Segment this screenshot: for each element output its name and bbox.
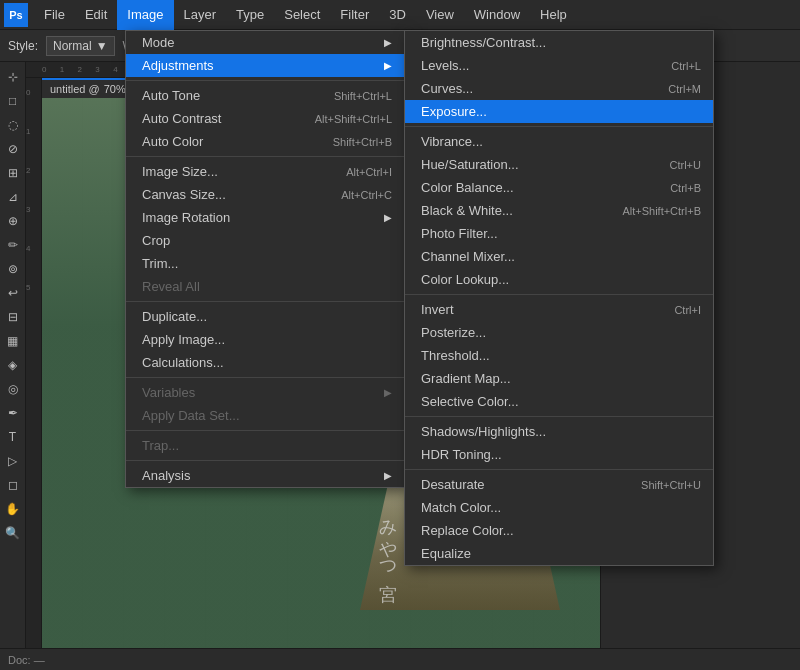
menu-image[interactable]: Image bbox=[117, 0, 173, 30]
brightness-contrast-label: Brightness/Contrast... bbox=[421, 35, 546, 50]
menu-select[interactable]: Select bbox=[274, 0, 330, 30]
tool-healing[interactable]: ⊕ bbox=[2, 210, 24, 232]
equalize-label: Equalize bbox=[421, 546, 471, 561]
submenu-photo-filter[interactable]: Photo Filter... bbox=[405, 222, 713, 245]
menu-duplicate[interactable]: Duplicate... bbox=[126, 305, 404, 328]
menu-variables[interactable]: Variables ▶ bbox=[126, 381, 404, 404]
submenu-shadows-highlights[interactable]: Shadows/Highlights... bbox=[405, 420, 713, 443]
tool-dodge[interactable]: ◎ bbox=[2, 378, 24, 400]
menu-view[interactable]: View bbox=[416, 0, 464, 30]
menu-auto-tone[interactable]: Auto Tone Shift+Ctrl+L bbox=[126, 84, 404, 107]
menu-reveal-all[interactable]: Reveal All bbox=[126, 275, 404, 298]
submenu-replace-color[interactable]: Replace Color... bbox=[405, 519, 713, 542]
submenu-exposure[interactable]: Exposure... bbox=[405, 100, 713, 123]
menu-canvas-size[interactable]: Canvas Size... Alt+Ctrl+C bbox=[126, 183, 404, 206]
menu-image-size[interactable]: Image Size... Alt+Ctrl+I bbox=[126, 160, 404, 183]
tool-crop[interactable]: ⊞ bbox=[2, 162, 24, 184]
submenu-curves[interactable]: Curves... Ctrl+M bbox=[405, 77, 713, 100]
tool-move[interactable]: ⊹ bbox=[2, 66, 24, 88]
menu-apply-image[interactable]: Apply Image... bbox=[126, 328, 404, 351]
tool-type[interactable]: T bbox=[2, 426, 24, 448]
menu-auto-color[interactable]: Auto Color Shift+Ctrl+B bbox=[126, 130, 404, 153]
analysis-arrow: ▶ bbox=[384, 470, 392, 481]
menu-adjustments[interactable]: Adjustments ▶ bbox=[126, 54, 404, 77]
submenu-hdr-toning[interactable]: HDR Toning... bbox=[405, 443, 713, 466]
submenu-desaturate[interactable]: Desaturate Shift+Ctrl+U bbox=[405, 473, 713, 496]
style-dropdown[interactable]: Normal ▼ bbox=[46, 36, 115, 56]
canvas-size-shortcut: Alt+Ctrl+C bbox=[341, 189, 392, 201]
menu-file[interactable]: File bbox=[34, 0, 75, 30]
tool-clone[interactable]: ⊚ bbox=[2, 258, 24, 280]
tool-zoom[interactable]: 🔍 bbox=[2, 522, 24, 544]
reveal-all-label: Reveal All bbox=[142, 279, 200, 294]
tool-eraser[interactable]: ⊟ bbox=[2, 306, 24, 328]
menu-layer[interactable]: Layer bbox=[174, 0, 227, 30]
mode-arrow: ▶ bbox=[384, 37, 392, 48]
adj-separator-1 bbox=[405, 126, 713, 127]
tool-blur[interactable]: ◈ bbox=[2, 354, 24, 376]
adjustments-label: Adjustments bbox=[142, 58, 214, 73]
submenu-hue-saturation[interactable]: Hue/Saturation... Ctrl+U bbox=[405, 153, 713, 176]
hdr-toning-label: HDR Toning... bbox=[421, 447, 502, 462]
menu-trap[interactable]: Trap... bbox=[126, 434, 404, 457]
submenu-brightness-contrast[interactable]: Brightness/Contrast... bbox=[405, 31, 713, 54]
match-color-label: Match Color... bbox=[421, 500, 501, 515]
tool-quick-select[interactable]: ⊘ bbox=[2, 138, 24, 160]
submenu-posterize[interactable]: Posterize... bbox=[405, 321, 713, 344]
threshold-label: Threshold... bbox=[421, 348, 490, 363]
chevron-down-icon: ▼ bbox=[96, 39, 108, 53]
tool-gradient[interactable]: ▦ bbox=[2, 330, 24, 352]
color-balance-shortcut: Ctrl+B bbox=[670, 182, 701, 194]
auto-contrast-shortcut: Alt+Shift+Ctrl+L bbox=[315, 113, 392, 125]
submenu-selective-color[interactable]: Selective Color... bbox=[405, 390, 713, 413]
menu-help[interactable]: Help bbox=[530, 0, 577, 30]
submenu-color-lookup[interactable]: Color Lookup... bbox=[405, 268, 713, 291]
menu-mode[interactable]: Mode ▶ bbox=[126, 31, 404, 54]
menu-edit[interactable]: Edit bbox=[75, 0, 117, 30]
vibrance-label: Vibrance... bbox=[421, 134, 483, 149]
adj-separator-2 bbox=[405, 294, 713, 295]
tool-pen[interactable]: ✒ bbox=[2, 402, 24, 424]
separator-6 bbox=[126, 460, 404, 461]
submenu-invert[interactable]: Invert Ctrl+I bbox=[405, 298, 713, 321]
tool-brush[interactable]: ✏ bbox=[2, 234, 24, 256]
submenu-equalize[interactable]: Equalize bbox=[405, 542, 713, 565]
tool-lasso[interactable]: ◌ bbox=[2, 114, 24, 136]
apply-data-set-label: Apply Data Set... bbox=[142, 408, 240, 423]
menu-trim[interactable]: Trim... bbox=[126, 252, 404, 275]
menu-apply-data-set[interactable]: Apply Data Set... bbox=[126, 404, 404, 427]
tool-history-brush[interactable]: ↩ bbox=[2, 282, 24, 304]
submenu-match-color[interactable]: Match Color... bbox=[405, 496, 713, 519]
submenu-channel-mixer[interactable]: Channel Mixer... bbox=[405, 245, 713, 268]
submenu-threshold[interactable]: Threshold... bbox=[405, 344, 713, 367]
menu-calculations[interactable]: Calculations... bbox=[126, 351, 404, 374]
menu-filter[interactable]: Filter bbox=[330, 0, 379, 30]
invert-label: Invert bbox=[421, 302, 454, 317]
menu-crop[interactable]: Crop bbox=[126, 229, 404, 252]
image-menu[interactable]: Mode ▶ Adjustments ▶ Auto Tone Shift+Ctr… bbox=[125, 30, 405, 488]
submenu-vibrance[interactable]: Vibrance... bbox=[405, 130, 713, 153]
mode-label: Mode bbox=[142, 35, 175, 50]
menu-window[interactable]: Window bbox=[464, 0, 530, 30]
auto-tone-label: Auto Tone bbox=[142, 88, 200, 103]
menu-image-rotation[interactable]: Image Rotation ▶ bbox=[126, 206, 404, 229]
variables-arrow: ▶ bbox=[384, 387, 392, 398]
shadows-highlights-label: Shadows/Highlights... bbox=[421, 424, 546, 439]
menu-type[interactable]: Type bbox=[226, 0, 274, 30]
tool-shape[interactable]: ◻ bbox=[2, 474, 24, 496]
submenu-black-white[interactable]: Black & White... Alt+Shift+Ctrl+B bbox=[405, 199, 713, 222]
tool-marquee-rect[interactable]: □ bbox=[2, 90, 24, 112]
variables-label: Variables bbox=[142, 385, 195, 400]
menu-auto-contrast[interactable]: Auto Contrast Alt+Shift+Ctrl+L bbox=[126, 107, 404, 130]
submenu-color-balance[interactable]: Color Balance... Ctrl+B bbox=[405, 176, 713, 199]
apply-image-label: Apply Image... bbox=[142, 332, 225, 347]
menu-analysis[interactable]: Analysis ▶ bbox=[126, 464, 404, 487]
adjustments-submenu[interactable]: Brightness/Contrast... Levels... Ctrl+L … bbox=[404, 30, 714, 566]
submenu-gradient-map[interactable]: Gradient Map... bbox=[405, 367, 713, 390]
tool-path-select[interactable]: ▷ bbox=[2, 450, 24, 472]
separator-2 bbox=[126, 156, 404, 157]
submenu-levels[interactable]: Levels... Ctrl+L bbox=[405, 54, 713, 77]
tool-eyedropper[interactable]: ⊿ bbox=[2, 186, 24, 208]
menu-3d[interactable]: 3D bbox=[379, 0, 416, 30]
tool-hand[interactable]: ✋ bbox=[2, 498, 24, 520]
